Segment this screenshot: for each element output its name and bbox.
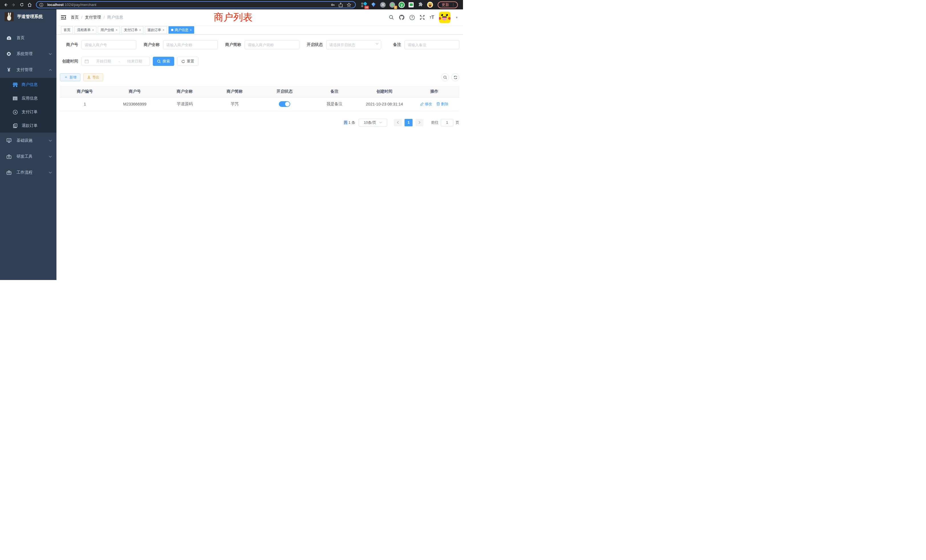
app-logo-row[interactable]: 芋道管理系统 xyxy=(0,9,56,24)
prev-page-button[interactable] xyxy=(394,119,402,126)
tab-home[interactable]: 首页 xyxy=(61,26,73,34)
extensions-puzzle-icon[interactable] xyxy=(418,2,424,8)
sidebar-item-system[interactable]: 系统管理 xyxy=(0,46,56,62)
url-host: localhost xyxy=(47,3,64,7)
short-name-label: 商户简称 xyxy=(225,42,241,47)
plus-icon: ＋ xyxy=(64,75,68,80)
page-unit-label: 页 xyxy=(455,120,459,125)
create-time-range-picker[interactable]: 开始日期 - 结束日期 xyxy=(82,57,150,66)
extension-strip: 10 ⌘ 1 y xyxy=(361,2,433,8)
extension-command-icon[interactable]: ⌘ xyxy=(380,2,386,8)
status-toggle[interactable] xyxy=(279,101,290,107)
cell-create-time: 2021-10-23 08:31:14 xyxy=(360,97,409,111)
extension-kite-icon[interactable] xyxy=(370,2,377,8)
extension-badge-10: 10 xyxy=(365,6,369,9)
full-name-label: 商户全称 xyxy=(144,42,160,47)
sidebar-item-workflow[interactable]: 工作流程 xyxy=(0,165,56,180)
bookmark-star-icon[interactable] xyxy=(346,3,353,7)
sidebar-label-workflow: 工作流程 xyxy=(17,170,49,175)
help-icon[interactable]: ? xyxy=(409,15,415,20)
close-icon[interactable]: × xyxy=(162,28,164,32)
browser-toolbar: localhost:1024/pay/merchant 10 ⌘ 1 y xyxy=(0,0,463,9)
merchant-no-label: 商户号 xyxy=(66,42,78,47)
sidebar-item-refund-order[interactable]: 退款订单 xyxy=(0,119,56,133)
page-size-select[interactable]: 10条/页 xyxy=(359,119,387,127)
merchant-no-input[interactable] xyxy=(82,40,136,49)
next-page-button[interactable] xyxy=(415,119,424,126)
url-path: :1024/pay/merchant xyxy=(64,3,96,7)
col-merchant-id: 商户编号 xyxy=(60,86,110,97)
sidebar-item-pay[interactable]: ¥ 支付管理 xyxy=(0,62,56,78)
browser-update-button[interactable]: 更新 ⋮ xyxy=(437,2,458,8)
breadcrumb-home[interactable]: 首页 xyxy=(71,15,79,20)
github-icon[interactable] xyxy=(399,15,404,20)
back-icon[interactable] xyxy=(2,2,9,8)
close-icon[interactable]: × xyxy=(139,28,141,32)
table-header-row: 商户编号 商户号 商户全称 商户简称 开启状态 备注 创建时间 操作 xyxy=(60,86,459,97)
sidebar-label-dev-tools: 研发工具 xyxy=(17,154,49,159)
sidebar-label-pay-order: 支付订单 xyxy=(22,109,52,115)
toggle-search-icon[interactable] xyxy=(441,73,449,81)
close-icon[interactable]: × xyxy=(115,28,117,32)
store-icon xyxy=(12,83,18,87)
close-icon[interactable]: × xyxy=(92,28,94,32)
remark-input[interactable] xyxy=(404,40,459,49)
sidebar-item-dev-tools[interactable]: 研发工具 xyxy=(0,148,56,165)
search-button[interactable]: 搜索 xyxy=(153,57,174,66)
header-search-icon[interactable] xyxy=(389,15,394,20)
user-avatar[interactable] xyxy=(439,12,451,23)
extension-recorder-icon[interactable]: 1 xyxy=(389,2,395,8)
sidebar-item-merchant[interactable]: 商户信息 xyxy=(0,78,56,92)
update-label: 更新 xyxy=(442,2,449,8)
fullscreen-icon[interactable] xyxy=(420,15,425,20)
chevron-up-icon xyxy=(49,69,52,71)
sidebar-item-home[interactable]: 首页 xyxy=(0,30,56,46)
sidebar-collapse-icon[interactable] xyxy=(61,15,66,20)
refresh-icon[interactable] xyxy=(451,73,459,81)
chevron-down-icon xyxy=(379,122,382,123)
profile-avatar-icon[interactable] xyxy=(427,2,433,8)
address-bar[interactable]: localhost:1024/pay/merchant xyxy=(36,1,356,8)
delete-button[interactable]: 删除 xyxy=(436,101,448,107)
tab-pay-order[interactable]: 支付订单× xyxy=(121,26,144,34)
site-info-icon[interactable] xyxy=(39,3,45,7)
browser-menu-icon[interactable]: ⋮ xyxy=(451,3,455,7)
monitor-icon xyxy=(6,138,11,143)
tab-process-form[interactable]: 流程表单× xyxy=(74,26,96,34)
avatar-caret-icon[interactable]: ▼ xyxy=(455,16,458,19)
tab-refund-order[interactable]: 退款订单× xyxy=(145,26,167,34)
export-button[interactable]: 导出 xyxy=(83,73,103,81)
add-button[interactable]: ＋ 新增 xyxy=(60,73,80,81)
forward-icon[interactable] xyxy=(10,2,17,8)
sidebar: 芋道管理系统 首页 系统管理 ¥ 支付管理 xyxy=(0,9,56,280)
home-icon[interactable] xyxy=(26,2,33,8)
calendar-icon xyxy=(85,59,89,63)
status-select[interactable] xyxy=(326,40,381,49)
sidebar-item-pay-order[interactable]: ¥ 支付订单 xyxy=(0,105,56,119)
share-icon[interactable] xyxy=(339,3,344,7)
extension-chat-icon[interactable] xyxy=(408,2,414,8)
page-number-1[interactable]: 1 xyxy=(404,119,413,126)
tab-user-group[interactable]: 用户分组× xyxy=(98,26,120,34)
password-key-icon[interactable] xyxy=(331,3,336,7)
chevron-down-icon xyxy=(375,43,378,45)
goto-page-input[interactable] xyxy=(441,119,453,126)
tab-merchant-info[interactable]: 商户信息× xyxy=(168,26,194,34)
edit-button[interactable]: 修改 xyxy=(420,101,432,107)
close-icon[interactable]: × xyxy=(190,28,192,32)
sidebar-label-application: 应用信息 xyxy=(22,96,52,101)
cell-merchant-no: M233666999 xyxy=(110,97,160,111)
reset-button[interactable]: 重置 xyxy=(177,57,198,66)
font-size-icon[interactable]: TT xyxy=(430,15,434,20)
full-name-input[interactable] xyxy=(163,40,218,49)
chevron-down-icon xyxy=(49,156,52,158)
extension-tabs-icon[interactable]: 10 xyxy=(361,2,367,8)
breadcrumb-pay[interactable]: 支付管理 xyxy=(85,15,101,20)
short-name-input[interactable] xyxy=(245,40,300,49)
briefcase-icon xyxy=(6,171,11,175)
pagination: 共 1 条 10条/页 1 前往 页 xyxy=(60,119,459,127)
extension-y-icon[interactable]: y xyxy=(399,2,405,8)
sidebar-item-infra[interactable]: 基础设施 xyxy=(0,133,56,148)
sidebar-item-application[interactable]: 应用信息 xyxy=(0,92,56,105)
reload-icon[interactable] xyxy=(18,2,25,8)
